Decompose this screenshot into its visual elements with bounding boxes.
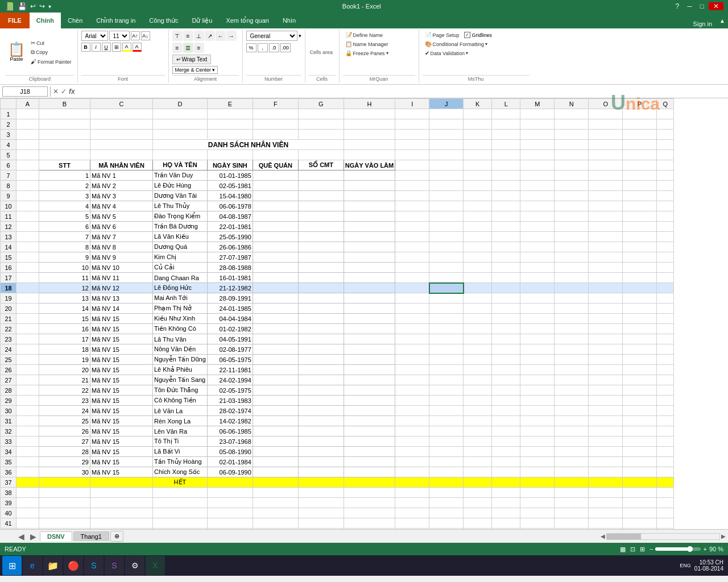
paste-button[interactable]: 📋 Paste (6, 41, 27, 63)
cell-r31-c12[interactable] (520, 416, 555, 426)
cell-r26-c15[interactable] (623, 365, 657, 375)
cell-r14-c15[interactable] (623, 242, 657, 252)
cell-r39-c1[interactable] (39, 498, 90, 508)
cell-r41-c8[interactable] (395, 518, 429, 529)
cell-r17-c0[interactable] (16, 273, 39, 283)
cell-r16-c11[interactable] (492, 263, 520, 273)
cell-r21-c1[interactable]: 15 (39, 314, 90, 324)
cell-r2-c5[interactable] (253, 119, 298, 130)
cell-r20-c2[interactable]: Mã NV 14 (90, 304, 153, 314)
cell-r17-c7[interactable] (344, 273, 395, 283)
scroll-left-button[interactable]: ◀ (601, 533, 605, 539)
cell-r1-c0[interactable] (16, 109, 39, 119)
cell-r42-c16[interactable] (657, 529, 674, 530)
row-header-2[interactable]: 2 (1, 119, 16, 130)
cell-r26-c1[interactable]: 20 (39, 365, 90, 375)
cell-r11-c4[interactable]: 04-08-1987 (207, 211, 253, 222)
cell-r31-c5[interactable] (253, 416, 298, 426)
cell-r30-c11[interactable] (492, 406, 520, 416)
cell-r15-c0[interactable] (16, 252, 39, 263)
qat-save[interactable]: 💾 (18, 2, 27, 11)
cell-r22-c2[interactable]: Mã NV 15 (90, 324, 153, 334)
cell-r31-c13[interactable] (555, 416, 589, 426)
cell-r17-c10[interactable] (464, 273, 492, 283)
col-header-q[interactable]: Q (657, 99, 674, 109)
cell-r28-c6[interactable] (298, 385, 344, 396)
cell-r16-c4[interactable]: 28-08-1988 (207, 263, 253, 273)
row-header-36[interactable]: 36 (1, 467, 16, 477)
cell-r33-c1[interactable]: 27 (39, 436, 90, 447)
cell-r23-c8[interactable] (395, 334, 429, 344)
cell-r28-c7[interactable] (344, 385, 395, 396)
cell-r36-c5[interactable] (253, 467, 298, 477)
row-header-31[interactable]: 31 (1, 416, 16, 426)
cell-r8-c7[interactable] (344, 181, 395, 191)
cell-r12-c11[interactable] (492, 222, 520, 232)
cell-r40-c9[interactable] (429, 508, 464, 518)
cell-r37-c6[interactable] (298, 477, 344, 488)
cell-r13-c11[interactable] (492, 232, 520, 242)
cell-r1-c4[interactable] (207, 109, 253, 119)
cell-r12-c0[interactable] (16, 222, 39, 232)
cell-r5-c10[interactable] (464, 150, 492, 160)
cell-r10-c11[interactable] (492, 201, 520, 211)
cell-r39-c12[interactable] (520, 498, 555, 508)
cell-r28-c10[interactable] (464, 385, 492, 396)
add-sheet-button[interactable]: ⊕ (110, 531, 123, 542)
zoom-thumb[interactable] (687, 546, 693, 552)
cell-r22-c13[interactable] (555, 324, 589, 334)
col-header-p[interactable]: P (623, 99, 657, 109)
cell-r16-c6[interactable] (298, 263, 344, 273)
cell-r32-c3[interactable]: Lên Văn Ra (153, 426, 208, 436)
cell-r3-c16[interactable] (657, 130, 674, 140)
cell-r5-c7[interactable] (344, 150, 395, 160)
cell-r42-c8[interactable] (395, 529, 429, 530)
cell-r23-c13[interactable] (555, 334, 589, 344)
cell-r36-c11[interactable] (492, 467, 520, 477)
cell-r21-c12[interactable] (520, 314, 555, 324)
cell-r37-c5[interactable] (253, 477, 298, 488)
cell-r3-c3[interactable] (153, 130, 208, 140)
merge-center-button[interactable]: Merge & Center ▾ (172, 66, 218, 74)
cell-r9-c10[interactable] (464, 191, 492, 201)
cell-r35-c1[interactable]: 29 (39, 457, 90, 467)
cell-r40-c0[interactable] (16, 508, 39, 518)
cell-r4-c2[interactable] (90, 140, 153, 150)
cell-r14-c11[interactable] (492, 242, 520, 252)
cell-r10-c16[interactable] (657, 201, 674, 211)
cell-r36-c1[interactable]: 30 (39, 467, 90, 477)
cell-r17-c16[interactable] (657, 273, 674, 283)
cell-r9-c6[interactable] (298, 191, 344, 201)
cell-r1-c8[interactable] (395, 109, 429, 119)
cell-r5-c15[interactable] (623, 150, 657, 160)
col-header-e[interactable]: E (207, 99, 253, 109)
cell-r41-c9[interactable] (429, 518, 464, 529)
cell-r19-c2[interactable]: Mã NV 13 (90, 293, 153, 304)
cell-r8-c6[interactable] (298, 181, 344, 191)
insert-function-button[interactable]: fx (69, 88, 75, 95)
cell-r21-c2[interactable]: Mã NV 15 (90, 314, 153, 324)
cell-r14-c6[interactable] (298, 242, 344, 252)
cell-r37-c7[interactable] (344, 477, 395, 488)
cell-r40-c7[interactable] (344, 508, 395, 518)
cell-r29-c8[interactable] (395, 396, 429, 406)
cell-r22-c10[interactable] (464, 324, 492, 334)
cell-r39-c10[interactable] (464, 498, 492, 508)
cell-r2-c2[interactable] (90, 119, 153, 130)
cell-r40-c10[interactable] (464, 508, 492, 518)
cell-r41-c3[interactable] (153, 518, 208, 529)
cell-r7-c4[interactable]: 01-01-1985 (207, 171, 253, 181)
cell-r14-c10[interactable] (464, 242, 492, 252)
bold-button[interactable]: B (81, 43, 90, 52)
underline-button[interactable]: U (102, 43, 111, 52)
row-header-30[interactable]: 30 (1, 406, 16, 416)
cell-r39-c13[interactable] (555, 498, 589, 508)
cell-r7-c11[interactable] (492, 171, 520, 181)
cell-r11-c0[interactable] (16, 211, 39, 222)
cell-r24-c13[interactable] (555, 344, 589, 355)
cell-r35-c16[interactable] (657, 457, 674, 467)
cell-r4-c10[interactable] (464, 140, 492, 150)
cell-r6-c10[interactable] (464, 160, 492, 171)
cell-r36-c7[interactable] (344, 467, 395, 477)
cell-r24-c9[interactable] (429, 344, 464, 355)
